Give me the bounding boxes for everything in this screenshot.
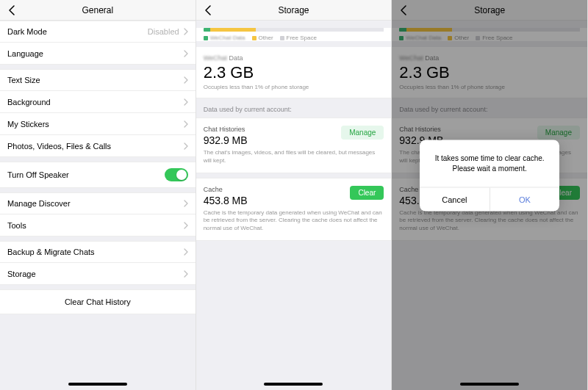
legend-app: WeChat Data xyxy=(204,35,245,41)
home-indicator xyxy=(264,383,323,386)
chevron-right-icon xyxy=(184,200,188,207)
chevron-left-icon xyxy=(9,5,15,15)
dialog-ok-button[interactable]: OK xyxy=(490,187,560,211)
manage-button[interactable]: Manage xyxy=(341,126,384,140)
clear-button[interactable]: Clear xyxy=(350,186,384,200)
row-turn-off-speaker[interactable]: Turn Off Speaker xyxy=(0,162,196,188)
item-description: The chat's images, videos, and files wil… xyxy=(204,149,384,165)
bar-segment-app xyxy=(204,28,211,32)
row-label: Background xyxy=(7,98,184,106)
legend-label: Free Space xyxy=(287,35,317,41)
toggle-speaker[interactable] xyxy=(165,168,188,181)
swatch-icon xyxy=(280,36,284,40)
total-data-subtitle: Occupies less than 1% of phone storage xyxy=(204,84,384,90)
row-label: Clear Chat History xyxy=(65,297,131,306)
row-text-size[interactable]: Text Size xyxy=(0,69,196,91)
blurred-text: WeChat xyxy=(204,54,227,62)
row-storage[interactable]: Storage xyxy=(0,263,196,285)
dark-mode-value: Disabled xyxy=(148,27,179,36)
chevron-right-icon xyxy=(184,98,188,106)
row-label: Backup & Migrate Chats xyxy=(7,248,184,256)
chevron-right-icon xyxy=(184,270,188,278)
bar-segment-other xyxy=(210,28,255,32)
item-name: Chat Histories xyxy=(204,126,248,133)
dialog-message: It takes some time to clear cache. Pleas… xyxy=(420,140,559,187)
chevron-right-icon xyxy=(184,50,188,57)
chevron-right-icon xyxy=(184,142,188,150)
title-suffix: Data xyxy=(227,54,243,62)
page-title: Storage xyxy=(278,5,309,15)
page-title: General xyxy=(82,5,113,15)
row-label: Language xyxy=(7,49,184,58)
back-button[interactable] xyxy=(202,4,214,16)
clear-chat-history-button[interactable]: Clear Chat History xyxy=(0,289,196,314)
row-manage-discover[interactable]: Manage Discover xyxy=(0,192,196,214)
row-value: Disabled xyxy=(148,27,188,36)
row-label: Text Size xyxy=(7,76,184,84)
section-header: Data used by current account: xyxy=(196,98,392,118)
row-my-stickers[interactable]: My Stickers xyxy=(0,113,196,135)
chevron-right-icon xyxy=(184,248,188,256)
header-storage: Storage xyxy=(196,0,392,21)
row-label: Photos, Videos, Files & Calls xyxy=(7,142,184,151)
item-value: 932.9 MB xyxy=(204,134,248,146)
legend-other: Other xyxy=(252,35,273,41)
item-value: 453.8 MB xyxy=(204,195,248,206)
total-data-value: 2.3 GB xyxy=(204,63,384,82)
panel-general: General Dark Mode Disabled Language Text… xyxy=(0,0,196,390)
home-indicator xyxy=(68,383,127,386)
storage-legend: WeChat Data Other Free Space xyxy=(204,35,384,41)
row-dark-mode[interactable]: Dark Mode Disabled xyxy=(0,21,196,43)
bar-segment-free xyxy=(256,28,384,32)
row-tools[interactable]: Tools xyxy=(0,214,196,236)
row-label: My Stickers xyxy=(7,120,184,129)
row-backup-migrate[interactable]: Backup & Migrate Chats xyxy=(0,241,196,263)
back-button[interactable] xyxy=(6,4,18,16)
row-language[interactable]: Language xyxy=(0,43,196,65)
item-name: Cache xyxy=(204,186,248,193)
row-background[interactable]: Background xyxy=(0,91,196,113)
cache-item: Cache 453.8 MB Clear Cache is the tempor… xyxy=(196,178,392,241)
legend-label: Other xyxy=(259,35,273,41)
clear-cache-dialog: It takes some time to clear cache. Pleas… xyxy=(420,140,559,211)
dialog-line1: It takes some time to clear cache. xyxy=(435,154,545,162)
chevron-right-icon xyxy=(184,28,188,35)
total-data-title: WeChat Data xyxy=(204,54,384,62)
chevron-left-icon xyxy=(205,5,211,15)
dialog-buttons: Cancel OK xyxy=(420,187,559,211)
row-label: Dark Mode xyxy=(7,27,148,36)
chat-histories-item: Chat Histories 932.9 MB Manage The chat'… xyxy=(196,118,392,173)
storage-usage-bar xyxy=(204,28,384,32)
row-label: Storage xyxy=(7,270,184,278)
total-data-block: WeChat Data 2.3 GB Occupies less than 1%… xyxy=(196,47,392,98)
row-label: Turn Off Speaker xyxy=(7,170,165,179)
header-general: General xyxy=(0,0,196,21)
chevron-right-icon xyxy=(184,222,188,229)
row-label: Manage Discover xyxy=(7,199,184,208)
swatch-icon xyxy=(204,36,208,40)
dialog-line2: Please wait a moment. xyxy=(453,164,527,172)
panel-storage: Storage WeChat Data Other Free Space WeC… xyxy=(196,0,392,390)
chevron-right-icon xyxy=(184,120,188,128)
swatch-icon xyxy=(252,36,257,40)
dialog-cancel-button[interactable]: Cancel xyxy=(420,187,490,211)
row-photos-videos[interactable]: Photos, Videos, Files & Calls xyxy=(0,135,196,157)
legend-label: WeChat Data xyxy=(210,35,245,41)
row-label: Tools xyxy=(7,221,184,230)
item-description: Cache is the temporary data generated wh… xyxy=(204,209,384,233)
legend-free: Free Space xyxy=(280,35,317,41)
panel-storage-dialog: Storage WeChat Data Other Free Space WeC… xyxy=(392,0,588,390)
chevron-right-icon xyxy=(184,76,188,84)
